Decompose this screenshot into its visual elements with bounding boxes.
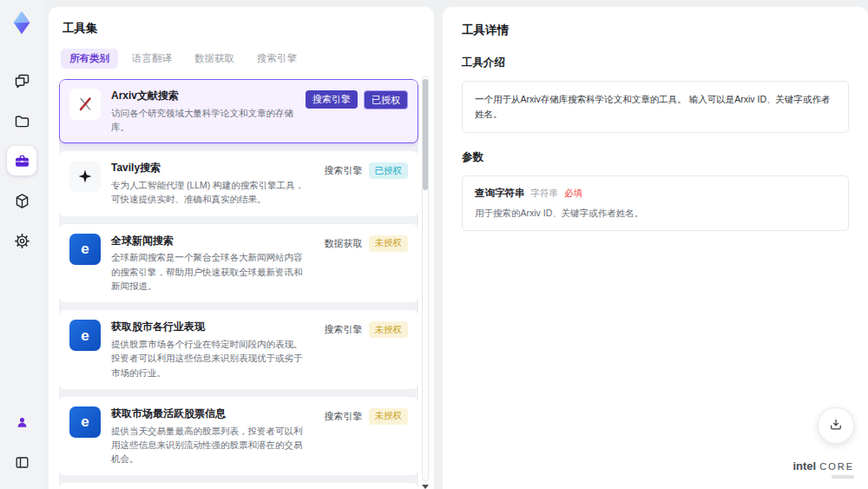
tool-logo-arxiv-icon <box>69 89 101 120</box>
tool-category-tag: 搜索引擎 <box>325 321 363 338</box>
category-tab[interactable]: 数据获取 <box>186 49 243 69</box>
tool-category-tag: 搜索引擎 <box>306 90 358 109</box>
intro-section-title: 工具介绍 <box>462 56 849 70</box>
param-required-badge: 必填 <box>564 188 582 200</box>
tool-name: Tavily搜索 <box>111 161 307 175</box>
tool-card[interactable]: e获取市场最活跃股票信息提供当天交易量最高的股票列表，投资者可以利用这些信息来识… <box>59 397 418 476</box>
tool-name: 获取市场最活跃股票信息 <box>111 406 307 421</box>
gear-icon[interactable] <box>7 226 36 255</box>
briefcase-icon[interactable] <box>7 146 36 175</box>
params-box: 查询字符串字符串必填用于搜索的Arxiv ID、关键字或作者姓名。 <box>462 175 849 232</box>
intro-box: 一个用于从Arxiv存储库搜索科学论文和文章的工具。 输入可以是Arxiv ID… <box>462 81 849 133</box>
tool-card[interactable]: e获取股市各行业表现提供股票市场各个行业在特定时间段内的表现。投资者可以利用这些… <box>59 310 418 389</box>
tools-panel: 工具集 所有类别语言翻译数据获取搜索引擎 Arxiv文献搜索访问各个研究领域大量… <box>49 7 434 489</box>
tool-name: Arxiv文献搜索 <box>111 89 295 103</box>
sidebar-toggle-icon[interactable] <box>7 447 36 477</box>
download-button[interactable] <box>818 407 854 444</box>
tool-list-wrap: Arxiv文献搜索访问各个研究领域大量科学论文和文章的存储库。搜索引擎已授权Ta… <box>59 79 418 489</box>
tool-description: 访问各个研究领域大量科学论文和文章的存储库。 <box>111 106 295 135</box>
tool-logo-news-blue-icon: e <box>69 234 101 265</box>
tools-panel-title: 工具集 <box>62 21 418 36</box>
tool-card[interactable]: e全球新闻搜索全球新闻搜索是一个聚合全球各大新闻网站内容的搜索引擎，帮助用户快速… <box>59 224 418 303</box>
tool-description: 专为人工智能代理 (LLM) 构建的搜索引擎工具，可快速提供实时、准确和真实的结… <box>111 178 307 207</box>
param-name: 查询字符串 <box>475 187 525 200</box>
tool-status-badge: 已授权 <box>369 162 409 179</box>
sidebar-bottom <box>7 407 36 477</box>
tool-card[interactable]: Arxiv文献搜索访问各个研究领域大量科学论文和文章的存储库。搜索引擎已授权 <box>59 79 418 143</box>
tool-logo-news-blue-icon: e <box>69 320 101 351</box>
sidebar-nav <box>7 66 36 255</box>
category-tab[interactable]: 语言翻译 <box>123 49 181 69</box>
chat-icon[interactable] <box>7 66 36 96</box>
tool-list: Arxiv文献搜索访问各个研究领域大量科学论文和文章的存储库。搜索引擎已授权Ta… <box>59 79 418 489</box>
app-logo-icon <box>8 9 36 36</box>
scrollbar-thumb[interactable] <box>423 79 428 190</box>
tool-description: 提供当天交易量最高的股票列表，投资者可以利用这些信息来识别流动性强的股票和潜在的… <box>111 424 307 466</box>
download-icon <box>828 417 844 435</box>
params-section-title: 参数 <box>462 150 849 165</box>
intro-text: 一个用于从Arxiv存储库搜索科学论文和文章的工具。 输入可以是Arxiv ID… <box>475 92 836 122</box>
tool-logo-news-blue-icon: e <box>69 406 101 438</box>
tool-category-tag: 搜索引擎 <box>325 162 363 179</box>
main-area: 工具集 所有类别语言翻译数据获取搜索引擎 Arxiv文献搜索访问各个研究领域大量… <box>43 7 868 489</box>
intel-core-subtext <box>832 475 854 479</box>
category-tab[interactable]: 搜索引擎 <box>248 49 306 69</box>
param-description: 用于搜索的Arxiv ID、关键字或作者姓名。 <box>475 207 836 221</box>
tool-card[interactable]: 万维地区新闻查询查询具体行政区划内的新闻，快速了解各地新闻动搜索引擎未授权 <box>59 483 418 489</box>
user-icon[interactable] <box>7 407 36 437</box>
category-tab[interactable]: 所有类别 <box>61 49 118 69</box>
tool-status-badge: 已授权 <box>364 90 408 109</box>
tool-category-tag: 搜索引擎 <box>325 408 363 425</box>
tool-card[interactable]: Tavily搜索专为人工智能代理 (LLM) 构建的搜索引擎工具，可快速提供实时… <box>59 151 418 215</box>
tool-status-badge: 未授权 <box>369 408 409 425</box>
tool-description: 全球新闻搜索是一个聚合全球各大新闻网站内容的搜索引擎，帮助用户快速获取全球最新资… <box>111 250 307 293</box>
category-tabs: 所有类别语言翻译数据获取搜索引擎 <box>61 49 418 69</box>
param-type: 字符串 <box>531 188 559 200</box>
tool-category-tag: 数据获取 <box>325 235 363 252</box>
tool-description: 提供股票市场各个行业在特定时间段内的表现。投资者可以利用这些信息来识别表现优于或… <box>111 337 307 380</box>
tool-status-badge: 未授权 <box>369 235 409 252</box>
tool-name: 全球新闻搜索 <box>111 234 307 248</box>
scroll-down-arrow[interactable] <box>422 483 429 489</box>
intel-core-logo: intelcore <box>792 459 854 479</box>
detail-panel: 工具详情 工具介绍 一个用于从Arxiv存储库搜索科学论文和文章的工具。 输入可… <box>443 7 868 489</box>
intel-wordmark: intel <box>792 459 816 472</box>
folder-icon[interactable] <box>7 106 36 135</box>
detail-panel-title: 工具详情 <box>462 23 849 38</box>
tool-logo-tavily-icon <box>69 161 101 192</box>
sidebar <box>0 0 43 489</box>
cube-icon[interactable] <box>7 186 36 215</box>
tool-name: 获取股市各行业表现 <box>111 320 307 334</box>
core-wordmark: core <box>819 461 854 472</box>
tool-status-badge: 未授权 <box>369 321 409 338</box>
scrollbar[interactable] <box>422 76 429 481</box>
